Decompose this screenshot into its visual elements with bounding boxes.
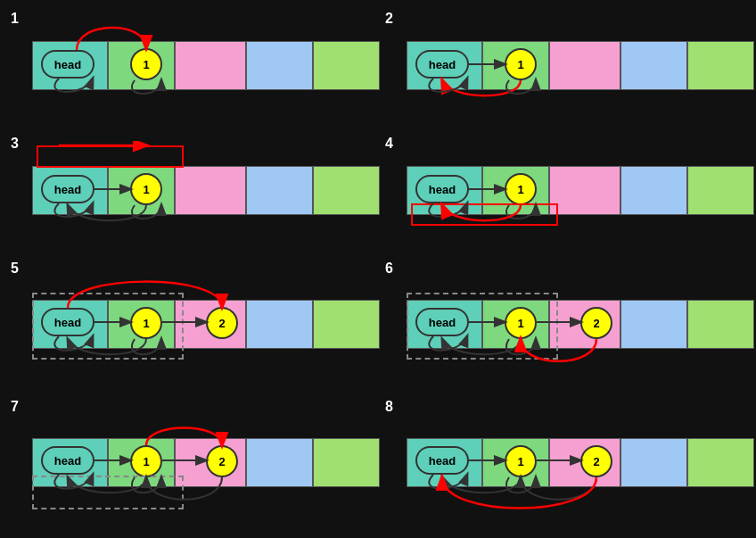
arrows-svg-7 <box>32 404 362 520</box>
arrows-svg-8 <box>407 404 736 520</box>
arrows-svg-4 <box>407 141 736 239</box>
cell-num-1: 1 <box>11 11 19 27</box>
cell-num-6: 6 <box>385 261 393 277</box>
cell-num-4: 4 <box>385 136 393 152</box>
arrows-svg-2 <box>407 16 736 114</box>
arrows-svg-6 <box>407 266 736 382</box>
cell-num-7: 7 <box>11 399 19 415</box>
cell-num-5: 5 <box>11 261 19 277</box>
cell-num-8: 8 <box>385 399 393 415</box>
arrows-svg-1 <box>32 16 362 114</box>
cell-num-2: 2 <box>385 11 393 27</box>
cell-num-3: 3 <box>11 136 19 152</box>
arrows-svg-5 <box>32 266 362 382</box>
arrows-svg-3 <box>32 141 362 239</box>
